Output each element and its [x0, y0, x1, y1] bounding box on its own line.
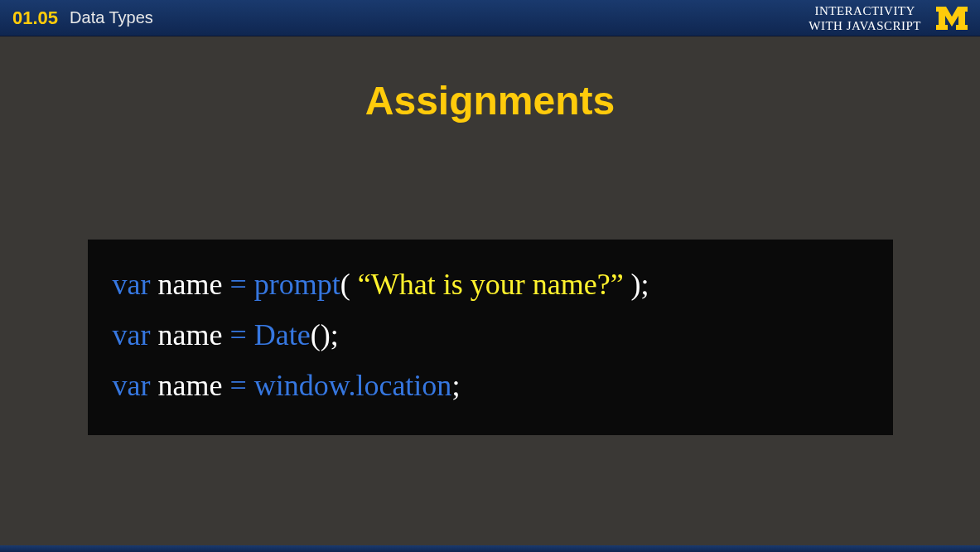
code-line: var name = Date(); [113, 310, 868, 361]
code-token: var [113, 318, 151, 351]
code-token: “What is your name?” [358, 268, 624, 301]
code-line: var name = window.location; [113, 361, 868, 411]
header-bar: 01.05 Data Types INTERACTIVITY WITH JAVA… [0, 0, 980, 36]
code-token: = [229, 318, 246, 351]
slide-content: Assignments var name = prompt( “What is … [0, 36, 980, 435]
code-token: window.location [247, 369, 452, 402]
lesson-title: Data Types [70, 8, 153, 27]
code-token: = [229, 369, 246, 402]
code-token: var [113, 369, 151, 402]
code-token: ( [340, 268, 358, 301]
code-token: ; [451, 369, 460, 402]
course-title: INTERACTIVITY WITH JAVASCRIPT [809, 3, 921, 33]
header-left: 01.05 Data Types [12, 7, 153, 29]
code-token: prompt [247, 268, 340, 301]
code-token: name [150, 268, 229, 301]
code-token: name [150, 318, 229, 351]
footer-bar [0, 545, 980, 552]
code-line: var name = prompt( “What is your name?” … [113, 259, 868, 310]
code-token: Date [247, 318, 311, 351]
slide-title: Assignments [0, 78, 980, 123]
code-token: (); [311, 318, 339, 351]
code-token: = [229, 268, 246, 301]
code-block: var name = prompt( “What is your name?” … [88, 240, 893, 435]
michigan-logo-icon [936, 7, 968, 30]
code-token: var [113, 268, 151, 301]
course-title-line2: WITH JAVASCRIPT [809, 18, 921, 33]
header-right: INTERACTIVITY WITH JAVASCRIPT [809, 3, 968, 33]
code-token: ); [624, 268, 649, 301]
code-token: name [150, 369, 229, 402]
course-title-line1: INTERACTIVITY [809, 3, 921, 18]
lesson-number: 01.05 [12, 7, 58, 29]
